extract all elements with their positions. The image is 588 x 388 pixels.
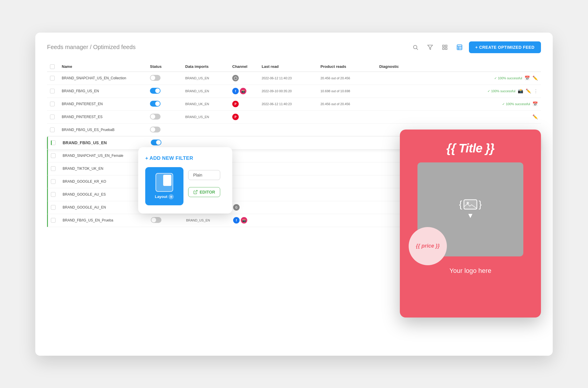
row-checkbox[interactable] (50, 127, 55, 132)
select-all-checkbox[interactable] (50, 64, 55, 69)
row-name: BRAND_SNAPCHAT_US_EN_Collection (62, 76, 150, 80)
app-container: Feeds manager / Optimized feeds (35, 33, 553, 356)
row-checkbox[interactable] (50, 76, 55, 80)
row-checkbox[interactable] (51, 192, 56, 197)
row-checkbox[interactable] (50, 89, 55, 93)
template-card: {{ Title }} { } ▼ {{ price }} Your logo … (400, 130, 541, 318)
row-name: BRAND_FB/IG_US_ES_PruebaB (62, 128, 150, 132)
breadcrumb: Feeds manager / Optimized feeds (47, 44, 136, 51)
template-image-placeholder: { } ▼ (459, 199, 482, 220)
pinterest-icon: P (232, 101, 239, 107)
table-view-icon[interactable] (454, 42, 465, 53)
svg-rect-12 (464, 200, 477, 209)
data-import: BRAND_US_EN (186, 219, 233, 222)
pinterest-icon: P (232, 114, 239, 120)
row-name: BRAND_GOOGLE_AU_EN (63, 205, 151, 209)
col-header-status: Status (150, 64, 185, 69)
plain-label: Plain (193, 173, 202, 177)
col-header-last-read: Last read (262, 64, 320, 69)
svg-rect-6 (445, 48, 447, 49)
external-link-icon (193, 190, 198, 194)
col-header-data-imports: Data imports (185, 64, 232, 69)
edit-icon[interactable]: ✏️ (532, 75, 538, 81)
svg-rect-7 (457, 45, 462, 50)
grid-view-icon[interactable] (440, 42, 450, 53)
search-icon[interactable] (410, 42, 421, 53)
row-checkbox[interactable] (51, 153, 56, 158)
snapchat-icon (232, 75, 239, 81)
header-actions: + CREATE OPTIMIZED FEED (410, 41, 541, 53)
data-import: BRAND_US_EN (185, 115, 232, 119)
layout-card-inner (156, 173, 173, 192)
channel-col: P (232, 101, 262, 107)
diagnostic-status: ✓ 100% successful (487, 89, 515, 93)
table-row: BRAND_FB/IG_US_EN BRAND_US_EN f 📸 2022-0… (47, 85, 541, 98)
last-read: 2022-06-12 11:40:23 (262, 102, 320, 106)
data-import: BRAND_US_EN (185, 76, 232, 80)
add-filter-title[interactable]: + ADD NEW FILTER (145, 155, 225, 161)
create-optimized-feed-button[interactable]: + CREATE OPTIMIZED FEED (469, 41, 541, 53)
col-header-channel: Channel (232, 64, 262, 69)
breadcrumb-part2: Optimized feeds (93, 44, 136, 50)
layout-plus-icon: + (168, 194, 174, 199)
google-icon: G (233, 204, 240, 211)
calendar-icon[interactable]: 📅 (532, 101, 538, 107)
channel-col: f 📸 (233, 217, 263, 224)
instagram-icon: 📸 (240, 88, 246, 94)
breadcrumb-part1: Feeds manager (47, 44, 88, 50)
diagnostic-col: ✓ 100% successful 📸 ✏️ ⋮ (379, 88, 538, 94)
status-toggle[interactable] (150, 88, 161, 94)
plain-option[interactable]: Plain (188, 170, 220, 180)
status-toggle[interactable] (151, 217, 161, 223)
svg-rect-3 (442, 45, 444, 47)
channel-col: G (233, 204, 263, 211)
status-toggle[interactable] (150, 114, 161, 120)
filter-icon[interactable] (425, 42, 435, 53)
image-icon (463, 199, 477, 210)
svg-line-11 (195, 190, 197, 192)
facebook-icon: f (233, 217, 240, 224)
edit-icon[interactable]: ✏️ (526, 88, 531, 94)
status-toggle[interactable] (151, 140, 161, 145)
svg-marker-2 (427, 45, 432, 49)
svg-line-1 (416, 48, 418, 50)
last-read: 2022-09-10 00:35:20 (262, 89, 320, 93)
col-header-diagnostic: Diagnostic (379, 64, 538, 69)
row-checkbox[interactable] (51, 179, 56, 184)
svg-point-0 (413, 45, 417, 49)
template-logo-text: Your logo here (450, 267, 491, 275)
instagram-icon: 📸 (241, 217, 247, 224)
facebook-icon: f (232, 88, 239, 94)
template-title: {{ Title }} (446, 141, 494, 155)
layout-card[interactable]: Layout + (145, 167, 183, 205)
row-checkbox[interactable] (51, 205, 56, 210)
channel-col: f 📸 (232, 88, 262, 94)
template-arrow-down: ▼ (459, 211, 482, 220)
status-toggle[interactable] (150, 75, 161, 81)
edit-icon[interactable]: ✏️ (532, 114, 538, 120)
more-icon[interactable]: ⋮ (534, 88, 538, 94)
row-checkbox[interactable] (51, 218, 56, 223)
row-checkbox[interactable] (51, 166, 56, 171)
template-image-box: { } ▼ {{ price }} (417, 162, 523, 256)
layout-label: Layout + (155, 194, 174, 199)
svg-rect-5 (442, 48, 444, 49)
layout-card-inner-white (163, 175, 171, 186)
diagnostic-col: ✓ 100% successful 📅 ✏️ (379, 75, 538, 81)
row-name: BRAND_SNAPCHAT_US_EN_Female (63, 154, 151, 158)
instagram-action-icon[interactable]: 📸 (518, 88, 523, 94)
header-checkbox-col (50, 64, 62, 69)
editor-option[interactable]: EDITOR (188, 187, 220, 197)
col-header-product-reads: Product reads (320, 64, 379, 69)
product-reads: 20.456 out of 20.456 (320, 102, 379, 106)
status-toggle[interactable] (150, 101, 161, 107)
row-name: BRAND_GOOGLE_KR_KO (63, 179, 151, 184)
row-checkbox[interactable] (50, 115, 55, 119)
row-checkbox[interactable] (50, 102, 55, 106)
status-toggle[interactable] (150, 127, 161, 132)
calendar-icon[interactable]: 📅 (524, 75, 530, 81)
product-reads: 20.456 out of 20.456 (320, 76, 379, 80)
table-row: BRAND_PINTEREST_ES BRAND_US_EN P ✏️ (47, 111, 541, 124)
header: Feeds manager / Optimized feeds (47, 41, 541, 53)
last-read: 2022-06-12 11:40:23 (262, 76, 320, 80)
